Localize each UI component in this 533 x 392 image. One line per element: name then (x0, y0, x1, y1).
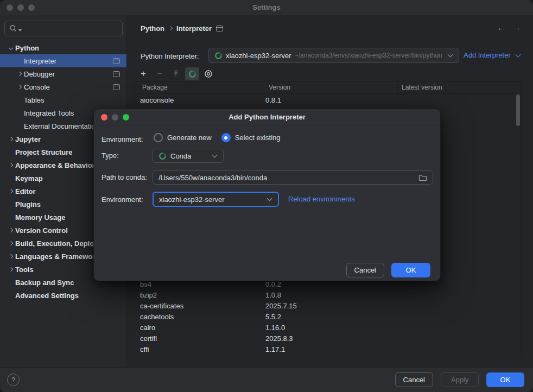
package-version-cell: 1.17.1 (265, 345, 395, 353)
radio-select-existing[interactable]: Select existing (221, 133, 281, 142)
sidebar-tree-item[interactable]: Python (0, 41, 126, 54)
tree-item-label: Keymap (15, 174, 43, 182)
chevron-right-icon (168, 26, 173, 30)
radio-generate-new[interactable]: Generate new (154, 133, 212, 142)
package-name-cell: cffi (135, 345, 265, 353)
tree-item-label: Tables (24, 96, 45, 104)
column-header-package[interactable]: Package (135, 81, 265, 93)
package-table-row[interactable]: cachetools 5.5.2 (135, 311, 515, 322)
table-scrollbar[interactable] (516, 94, 520, 126)
dialog-cancel-button[interactable]: Cancel (346, 263, 384, 277)
tree-chevron-icon[interactable] (7, 255, 15, 258)
package-table-row[interactable]: ca-certificates 2025.7.15 (135, 300, 515, 311)
python-interpreter-label: Python Interpreter: (141, 51, 199, 62)
interpreter-select[interactable]: xiaozhi-esp32-server ~/anaconda3/envs/xi… (208, 48, 459, 63)
package-version-cell: 2025.8.3 (265, 334, 395, 343)
sidebar-tree-item[interactable]: Advanced Settings (0, 289, 126, 302)
window-titlebar: Settings (0, 0, 533, 15)
tree-chevron-icon[interactable] (7, 242, 15, 245)
tree-chevron-icon[interactable] (15, 85, 24, 88)
tree-item-label: Python (15, 44, 39, 52)
forward-arrow-icon[interactable]: → (513, 23, 521, 32)
install-package-button[interactable]: + (136, 67, 150, 80)
folder-icon[interactable] (418, 174, 427, 181)
tree-item-label: Editor (15, 187, 36, 195)
tree-chevron-icon[interactable] (7, 229, 15, 232)
add-interpreter-label: Add Interpreter (464, 51, 511, 59)
package-version-cell: 2025.7.15 (265, 302, 395, 310)
settings-ok-button[interactable]: OK (486, 372, 524, 387)
search-input[interactable] (4, 21, 123, 36)
package-table-row[interactable]: cffi 1.17.1 (135, 344, 515, 355)
package-version-cell: 5.5.2 (265, 313, 395, 321)
sidebar-tree-item[interactable]: Tables (0, 93, 126, 106)
sidebar-tree-item[interactable]: Debugger (0, 67, 126, 80)
tree-item-label: Advanced Settings (15, 292, 79, 300)
package-toolbar: + − (136, 67, 215, 81)
package-table-row[interactable]: certifi 2025.8.3 (135, 333, 515, 344)
window-icon (113, 71, 120, 77)
package-table-row[interactable]: aioconsole 0.8.1 (135, 94, 515, 105)
dialog-titlebar: Add Python Interpreter (94, 109, 440, 125)
help-button[interactable]: ? (7, 374, 20, 386)
environment-select[interactable]: xiaozhi-esp32-server (153, 192, 279, 207)
upgrade-arrow-icon (172, 70, 180, 78)
environment-value: xiaozhi-esp32-server (159, 195, 225, 204)
tree-chevron-icon[interactable] (7, 46, 15, 49)
window-icon (113, 58, 120, 64)
environment-radio-group: Generate new Select existing (154, 133, 281, 142)
back-arrow-icon[interactable]: ← (497, 23, 505, 32)
question-mark-icon: ? (11, 376, 15, 384)
use-conda-manager-button[interactable] (185, 67, 199, 80)
type-select[interactable]: Conda (153, 149, 224, 163)
tree-item-label: Tools (15, 265, 34, 274)
tree-item-label: Appearance & Behavior (15, 161, 95, 169)
tree-chevron-icon[interactable] (7, 268, 15, 271)
package-name-cell: aioconsole (135, 96, 265, 104)
reload-environments-link[interactable]: Reload environments (288, 195, 355, 203)
column-header-latest-version[interactable]: Latest version (395, 84, 522, 91)
package-name-cell: bzip2 (135, 291, 265, 299)
package-table-row[interactable]: cairo 1.16.0 (135, 322, 515, 333)
sidebar-tree-item[interactable]: Console (0, 80, 126, 93)
dialog-buttons: Cancel OK (346, 263, 430, 277)
type-label: Type: (101, 150, 119, 161)
breadcrumb-python[interactable]: Python (141, 24, 164, 33)
tree-item-label: Backup and Sync (15, 279, 74, 287)
dialog-title: Add Python Interpreter (94, 109, 440, 125)
radio-on-icon (221, 133, 231, 142)
tree-item-label: Project Structure (15, 148, 72, 156)
radio-generate-new-label: Generate new (167, 134, 212, 142)
uninstall-package-button[interactable]: − (153, 67, 167, 80)
add-python-interpreter-dialog: Add Python Interpreter Environment: Gene… (93, 109, 441, 281)
package-rows-bottom: bs4 0.0.2 bzip2 1.0.8 ca-certificates 20… (135, 279, 515, 355)
dialog-ok-button[interactable]: OK (391, 263, 430, 277)
tree-item-label: Console (24, 83, 50, 91)
package-name-cell: cachetools (135, 313, 265, 321)
conda-path-input[interactable]: /Users/550w/anaconda3/bin/conda (153, 170, 433, 185)
tree-item-label: Integrated Tools (24, 109, 74, 117)
interpreter-name: xiaozhi-esp32-server (226, 52, 291, 60)
column-header-version[interactable]: Version (265, 81, 395, 93)
footer-buttons: Cancel Apply OK (395, 372, 524, 387)
tree-item-label: Languages & Frameworks (15, 252, 103, 261)
add-interpreter-link[interactable]: Add Interpreter (464, 51, 521, 59)
settings-cancel-button[interactable]: Cancel (395, 372, 433, 387)
search-options-caret-icon[interactable] (18, 29, 22, 31)
eye-icon (204, 69, 213, 78)
package-name-cell: ca-certificates (135, 302, 265, 310)
show-early-releases-button[interactable] (201, 67, 215, 80)
tree-chevron-icon[interactable] (15, 72, 24, 75)
package-table-row[interactable]: bzip2 1.0.8 (135, 289, 515, 300)
tree-chevron-icon[interactable] (7, 163, 15, 167)
window-icon (216, 26, 223, 31)
tree-chevron-icon[interactable] (7, 137, 15, 141)
chevron-down-icon (448, 52, 453, 58)
sidebar-tree-item[interactable]: Interpreter (0, 54, 126, 67)
upgrade-package-button[interactable] (169, 67, 183, 80)
tree-item-label: Plugins (15, 200, 41, 208)
tree-chevron-icon[interactable] (7, 189, 15, 193)
conda-icon (188, 70, 196, 78)
package-version-cell: 0.8.1 (265, 96, 395, 104)
chevron-down-icon (212, 153, 218, 158)
